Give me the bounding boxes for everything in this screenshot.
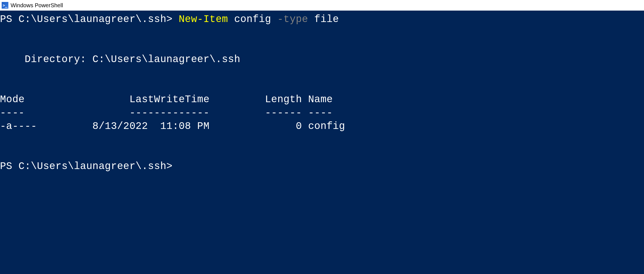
table-row: -a---- 8/13/2022 11:08 PM 0 config xyxy=(0,121,345,132)
terminal-area[interactable]: PS C:\Users\launagreer\.ssh> New-Item co… xyxy=(0,11,644,274)
title-bar: >_ Windows PowerShell xyxy=(0,0,644,11)
command-arg-2: file xyxy=(308,14,339,25)
prompt-line-2: PS C:\Users\launagreer\.ssh> xyxy=(0,161,173,172)
command-cmdlet: New-Item xyxy=(179,14,228,25)
powershell-icon: >_ xyxy=(2,2,8,9)
prompt-line-1: PS C:\Users\launagreer\.ssh> xyxy=(0,14,179,25)
command-param: -type xyxy=(277,14,308,25)
window-title: Windows PowerShell xyxy=(11,2,63,9)
directory-line: Directory: C:\Users\launagreer\.ssh xyxy=(0,54,240,65)
table-divider: ---- ------------- ------ ---- xyxy=(0,107,333,119)
table-header: Mode LastWriteTime Length Name xyxy=(0,94,333,105)
powershell-icon-glyph: >_ xyxy=(3,3,8,7)
command-arg-1: config xyxy=(228,14,277,25)
